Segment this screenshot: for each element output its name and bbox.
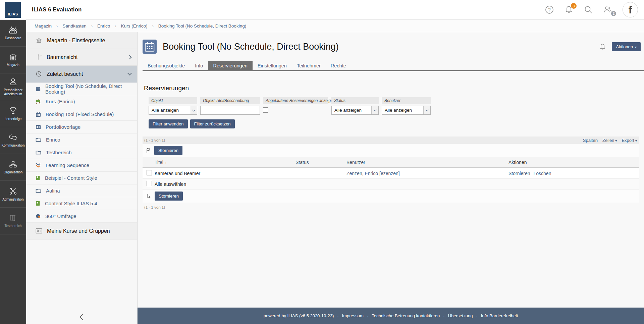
online-users-icon[interactable]: 2	[603, 5, 612, 14]
result-range-top: (1 - 1 von 1)	[144, 138, 165, 142]
filter-reset-button[interactable]: Filter zurücksetzen	[190, 119, 235, 128]
search-icon[interactable]	[584, 5, 593, 14]
recent-item-portfoliovorlage[interactable]: Portfoliovorlage	[26, 121, 137, 133]
bulk-stornieren-button-bottom[interactable]: Stornieren	[155, 192, 183, 201]
tab-einstellungen[interactable]: Einstellungen	[253, 61, 292, 70]
content-style-icon	[36, 201, 40, 206]
booking-tool-object-icon	[143, 40, 157, 54]
filter-apply-button[interactable]: Filter anwenden	[149, 119, 188, 128]
memberships-icon	[36, 228, 42, 234]
notification-badge: 3	[571, 3, 577, 9]
breadcrumb-item[interactable]: Kurs (Enrico)	[121, 23, 148, 29]
filter-label-benutzer: Benutzer	[382, 97, 431, 104]
breadcrumb-item[interactable]: Enrico	[97, 23, 110, 29]
rail-item-administration[interactable]: Administration	[0, 181, 26, 208]
list-item-label: Booking Tool (Fixed Schedule)	[46, 111, 114, 117]
sidebar-item-recently-visited[interactable]: Zuletzt besucht	[26, 66, 137, 83]
sidebar-collapse-button[interactable]	[26, 313, 137, 321]
course-icon	[36, 99, 41, 104]
user-avatar[interactable]: f	[623, 2, 638, 17]
recent-item-learning-sequence[interactable]: Learning Sequence	[26, 159, 137, 172]
sidebar-item-tree-view[interactable]: Baumansicht	[26, 49, 137, 66]
list-item-label: Learning Sequence	[46, 162, 89, 168]
footer-separator: ·	[443, 313, 444, 318]
recent-item-aalina[interactable]: Aalina	[26, 184, 137, 197]
footer-separator: ·	[367, 313, 368, 318]
recent-item-beispiel-content-style[interactable]: Beispiel - Content Style	[26, 172, 137, 184]
breadcrumb-item-current[interactable]: Booking Tool (No Schedule, Direct Bookin…	[158, 23, 246, 29]
installation-title: ILIAS 6 Evaluation	[32, 6, 82, 13]
rail-label: Organisation	[3, 170, 23, 174]
rail-item-lernerfolge[interactable]: Lernerfolge	[0, 100, 26, 127]
filter-panel: Objekt Alle anzeigen Objekt Titel/Beschr…	[149, 97, 639, 128]
tab-buchungsobjekte[interactable]: Buchungsobjekte	[143, 61, 190, 70]
status-select[interactable]: Alle anzeigen	[331, 106, 379, 115]
titel-beschreibung-input[interactable]	[200, 106, 260, 115]
column-header-titel[interactable]: Titel	[155, 160, 163, 165]
content-header: Booking Tool (No Schedule, Direct Bookin…	[138, 32, 644, 54]
help-icon[interactable]: ?	[545, 5, 554, 14]
rail-item-testbereich[interactable]: Testbereich	[0, 208, 26, 234]
tab-teilnehmer[interactable]: Teilnehmer	[292, 61, 326, 70]
footer-link-betreuung[interactable]: Technische Betreuung kontaktieren	[372, 313, 440, 318]
breadcrumb-item[interactable]: Magazin	[35, 23, 52, 29]
survey-icon	[36, 214, 41, 219]
rail-label: Lernerfolge	[4, 117, 22, 121]
filter-label-abgelaufene: Abgelaufene Reservierungen anzeigen	[263, 97, 328, 104]
chevron-right-icon	[127, 55, 132, 59]
rail-item-magazin[interactable]: Magazin	[0, 47, 26, 73]
rail-item-dashboard[interactable]: Dashboard	[0, 20, 26, 47]
recent-item-360-umfrage[interactable]: 360° Umfrage	[26, 210, 137, 223]
select-all-checkbox[interactable]	[147, 181, 152, 186]
columns-link[interactable]: Spalten	[583, 138, 598, 143]
tab-info[interactable]: Info	[190, 61, 208, 70]
object-notification-bell-icon[interactable]	[599, 43, 606, 50]
recent-item-testbereich[interactable]: Testbereich	[26, 146, 137, 159]
footer-link-uebersetzung[interactable]: Übersetzung	[448, 313, 473, 318]
chevron-down-icon	[127, 71, 132, 75]
footer-link-barrierefreiheit[interactable]: Info Barrierefreiheit	[481, 313, 518, 318]
sidebar-item-repository-home[interactable]: Magazin - Einstiegsseite	[26, 32, 137, 49]
sidebar-item-my-courses-groups[interactable]: Meine Kurse und Gruppen	[26, 223, 137, 239]
row-checkbox[interactable]	[147, 170, 152, 175]
rows-dropdown-link[interactable]: Zeilen▾	[602, 138, 617, 143]
recent-item-content-style-54[interactable]: Content Style ILIAS 5.4	[26, 197, 137, 210]
recent-item-kurs-enrico[interactable]: Kurs (Enrico)	[26, 95, 137, 108]
breadcrumb-separator: ›	[115, 23, 116, 29]
footer-link-impressum[interactable]: Impressum	[342, 313, 364, 318]
tab-reservierungen[interactable]: Reservierungen	[208, 61, 252, 70]
folder-icon	[36, 137, 41, 142]
dashboard-icon	[8, 26, 18, 34]
benutzer-select[interactable]: Alle anzeigen	[382, 106, 431, 115]
tab-rechte[interactable]: Rechte	[326, 61, 351, 70]
rail-item-organisation[interactable]: Organisation	[0, 154, 26, 181]
recent-item-enrico[interactable]: Enrico	[26, 133, 137, 146]
export-dropdown-link[interactable]: Export▾	[622, 138, 637, 143]
testarea-icon	[8, 214, 18, 222]
actions-dropdown-button[interactable]: Aktionen▾	[612, 42, 641, 51]
avatar-letter: f	[629, 4, 632, 16]
apply-below-arrow-icon	[146, 194, 151, 199]
reservations-table: (1 - 1 von 1) Spalten Zeilen▾ Export▾ St…	[143, 137, 639, 209]
row-loeschen-link[interactable]: Löschen	[533, 171, 551, 176]
bulk-stornieren-button-top[interactable]: Stornieren	[154, 146, 182, 155]
main-content: Booking Tool (No Schedule, Direct Bookin…	[138, 32, 644, 308]
content-style-icon	[36, 175, 40, 180]
recent-item-booking-fixed[interactable]: Booking Tool (Fixed Schedule)	[26, 108, 137, 121]
footer-bar: powered by ILIAS (v6.5 2020-10-23) · Imp…	[138, 308, 644, 324]
select-all-label: Alle auswählen	[155, 181, 296, 187]
breadcrumb-item[interactable]: Sandkasten	[62, 23, 86, 29]
row-stornieren-link[interactable]: Stornieren	[508, 171, 530, 176]
abgelaufene-checkbox[interactable]	[263, 107, 268, 113]
notifications-bell-icon[interactable]: 3	[564, 5, 574, 14]
footer-separator: ·	[476, 313, 477, 318]
objekt-select[interactable]: Alle anzeigen	[149, 106, 197, 115]
topbar-actions: ? 3 2 f	[545, 2, 644, 17]
list-item-label: Portfoliovorlage	[46, 124, 80, 130]
rail-item-arbeitsraum[interactable]: Persönlicher Arbeitsraum	[0, 73, 26, 100]
recent-item-booking-no-schedule[interactable]: Booking Tool (No Schedule, Direct Bookin…	[26, 83, 137, 95]
reservation-user-link[interactable]: Zenzen, Enrico [ezenzen]	[346, 171, 400, 176]
ilias-logo[interactable]: ILIAS	[5, 2, 21, 18]
rail-item-kommunikation[interactable]: Kommunikation	[0, 127, 26, 154]
tree-icon	[36, 54, 42, 60]
